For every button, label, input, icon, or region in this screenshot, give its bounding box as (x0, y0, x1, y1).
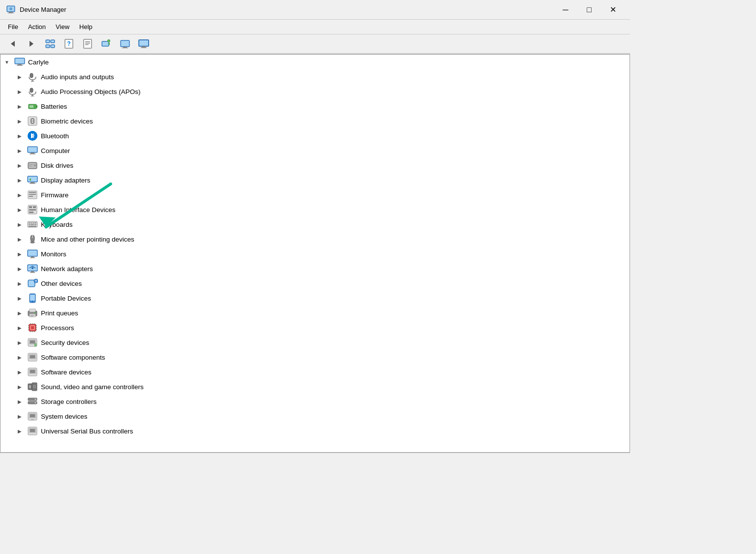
tree-item-sound[interactable]: Sound, video and game controllers (0, 379, 630, 394)
processors-label: Processors (41, 324, 74, 332)
tree-item-bluetooth[interactable]: Bluetooth (0, 128, 630, 143)
toolbar: ? ↑ (0, 34, 630, 54)
tree-item-software-devices[interactable]: Software devices (0, 365, 630, 379)
tree-item-audio-inputs[interactable]: Audio inputs and outputs (0, 69, 630, 84)
tree-item-usb[interactable]: Universal Serial Bus controllers (0, 424, 630, 438)
tree-item-portable[interactable]: Portable Devices (0, 291, 630, 306)
svg-rect-13 (46, 45, 49, 47)
svg-rect-78 (32, 222, 34, 223)
tree-item-audio-apo[interactable]: Audio Processing Objects (APOs) (0, 84, 630, 99)
tree-item-system[interactable]: System devices (0, 409, 630, 424)
tree-item-disk[interactable]: Disk drives (0, 158, 630, 173)
help-button[interactable]: ? (60, 36, 78, 51)
svg-rect-69 (29, 196, 33, 197)
tree-root-carlyle[interactable]: Carlyle (0, 55, 630, 69)
computer-chevron (15, 146, 24, 155)
menu-action[interactable]: Action (24, 22, 50, 32)
scan-button[interactable] (116, 36, 134, 51)
security-label: Security devices (41, 339, 89, 346)
svg-rect-1 (9, 12, 13, 13)
print-label: Print queues (41, 309, 78, 317)
disk-label: Disk drives (41, 162, 73, 169)
tree-item-processors[interactable]: Processors (0, 320, 630, 335)
bluetooth-chevron (15, 131, 24, 140)
maximize-button[interactable]: □ (578, 2, 600, 18)
close-button[interactable]: ✕ (601, 2, 624, 18)
svg-rect-23 (102, 42, 108, 46)
svg-rect-52 (28, 147, 37, 152)
software-components-icon (27, 352, 38, 363)
keyboards-label: Keyboards (41, 221, 73, 228)
sound-label: Sound, video and game controllers (41, 383, 144, 391)
svg-rect-62 (28, 177, 37, 182)
tree-item-storage[interactable]: Storage controllers (0, 394, 630, 409)
tree-item-hid[interactable]: Human Interface Devices (0, 202, 630, 217)
biometric-icon (27, 116, 38, 126)
tree-item-monitors[interactable]: Monitors (0, 246, 630, 261)
display-chevron (15, 176, 24, 185)
svg-rect-18 (84, 39, 92, 48)
tree-item-security[interactable]: ✓ Security devices (0, 335, 630, 350)
svg-rect-79 (34, 222, 36, 223)
tree-item-batteries[interactable]: Batteries (0, 99, 630, 114)
svg-rect-67 (29, 192, 36, 193)
software-devices-icon (27, 367, 38, 377)
firmware-label: Firmware (41, 191, 68, 199)
sound-chevron (15, 382, 24, 391)
tree-item-other[interactable]: ? Other devices (0, 276, 630, 291)
tree-item-network[interactable]: Network adapters (0, 261, 630, 276)
properties-button[interactable] (79, 36, 96, 51)
tree-item-display[interactable]: Display adapters (0, 173, 630, 187)
svg-rect-131 (30, 355, 35, 358)
update-driver-button[interactable]: ↑ (97, 36, 115, 51)
svg-rect-146 (30, 414, 35, 417)
back-button[interactable] (4, 36, 22, 51)
svg-point-138 (34, 386, 35, 388)
status-bar (0, 453, 630, 462)
hid-label: Human Interface Devices (41, 206, 116, 214)
network-label: Network adapters (41, 265, 93, 273)
computer-icon2 (27, 145, 38, 156)
svg-text:↑: ↑ (108, 39, 110, 42)
svg-rect-42 (30, 88, 33, 92)
svg-rect-28 (121, 41, 129, 46)
tree-item-keyboards[interactable]: Keyboards (0, 217, 630, 232)
tree-item-computer[interactable]: Computer (0, 143, 630, 158)
other-label: Other devices (41, 280, 82, 287)
tree-item-print[interactable]: Print queues (0, 306, 630, 320)
show-hide-button[interactable] (41, 36, 59, 51)
menu-file[interactable]: File (4, 22, 22, 32)
app-icon (6, 5, 16, 15)
computer-view-button[interactable] (135, 36, 153, 51)
menu-view[interactable]: View (52, 22, 73, 32)
properties-icon (82, 38, 93, 49)
svg-rect-46 (36, 105, 37, 108)
display-icon (27, 175, 38, 185)
system-chevron (15, 412, 24, 421)
tree-item-mice[interactable]: Mice and other pointing devices (0, 232, 630, 246)
svg-rect-107 (31, 316, 33, 317)
svg-marker-7 (30, 41, 33, 47)
print-chevron (15, 308, 24, 317)
batteries-chevron (15, 102, 24, 111)
menu-help[interactable]: Help (75, 22, 96, 32)
svg-rect-88 (28, 250, 37, 256)
svg-rect-30 (122, 48, 128, 48)
sound-icon (27, 381, 38, 392)
minimize-button[interactable]: ─ (554, 2, 577, 18)
portable-label: Portable Devices (41, 295, 91, 302)
keyboards-icon (27, 219, 38, 230)
svg-rect-36 (15, 59, 24, 63)
root-computer-icon (14, 57, 25, 67)
bluetooth-label: Bluetooth (41, 132, 69, 140)
svg-rect-101 (30, 295, 35, 301)
svg-rect-111 (31, 326, 34, 329)
forward-button[interactable] (23, 36, 40, 51)
svg-rect-37 (18, 64, 22, 65)
tree-item-biometric[interactable]: Biometric devices (0, 114, 630, 128)
tree-item-firmware[interactable]: Firmware (0, 187, 630, 202)
monitors-icon (27, 248, 38, 259)
security-chevron (15, 338, 24, 347)
network-chevron (15, 264, 24, 273)
tree-item-software-components[interactable]: Software components (0, 350, 630, 365)
